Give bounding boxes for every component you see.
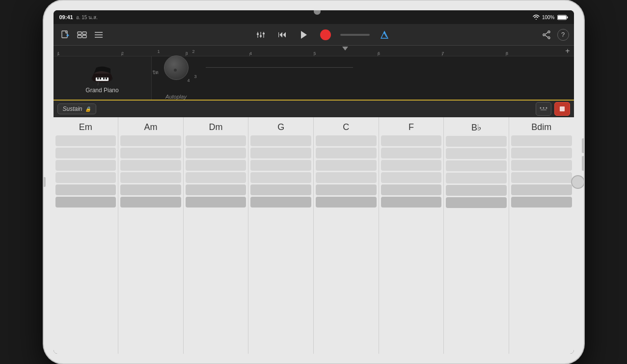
volume-down-button[interactable] [582,156,584,171]
autoplay-knob-container: 1 2 3 4 ปิด [162,52,191,81]
key-strip [381,184,442,195]
chord-key-em[interactable]: Em [54,117,119,354]
chord-key-c[interactable]: C [314,117,379,354]
key-strip [446,160,507,171]
key-strip [250,197,311,208]
svg-point-22 [548,31,550,33]
track-content: 1 2 3 4 ปิด Autoplay [152,56,574,100]
toolbar-center: ⏮ [106,28,540,42]
key-strip [316,148,377,158]
key-strip [511,172,572,183]
toolbar-left [58,28,106,42]
key-strip [55,148,116,158]
chord-keys: Em Am [54,117,574,354]
add-track-button[interactable]: + [565,47,570,55]
ruler-mark-6: 6 [378,51,442,56]
key-strip [120,172,181,183]
ruler-mark-4: 4 [249,51,314,56]
key-strip [120,135,181,146]
chord-strips-bb [444,133,509,354]
record-button[interactable] [319,28,332,42]
metronome-button[interactable] [378,28,391,42]
ipad-frame: 09:41 อ. 15 น.ส. 100% [44,0,584,364]
home-button[interactable] [571,175,584,189]
play-button[interactable] [297,28,311,42]
key-strip [316,135,377,146]
track-name: Grand Piano [85,87,118,94]
record-circle [320,29,331,40]
svg-rect-16 [263,33,265,34]
chord-key-dm[interactable]: Dm [184,117,249,354]
record-strip-button[interactable] [554,102,570,116]
svg-rect-7 [82,35,86,38]
help-button[interactable]: ? [557,29,569,41]
chord-key-bb[interactable]: B♭ [444,117,509,354]
key-strip [55,184,116,195]
chord-key-g[interactable]: G [248,117,314,354]
key-strip [511,197,572,208]
svg-rect-1 [567,16,568,18]
dots-button[interactable] [536,102,551,116]
playhead-marker [342,47,348,51]
key-strip [186,197,246,208]
key-strip [381,160,442,171]
key-strip [250,160,311,171]
knob-dot [174,69,177,72]
svg-rect-15 [260,35,262,37]
knob-label-off: ปิด [153,69,159,76]
key-strip [446,148,507,159]
new-document-button[interactable] [58,28,72,42]
chord-key-bdim[interactable]: Bdim [509,117,574,354]
rewind-button[interactable]: ⏮ [275,28,289,42]
sustain-button[interactable]: Sustain 🔒 [57,104,96,114]
chord-strip-right [536,102,570,116]
chord-label-bb: B♭ [444,117,509,133]
side-button[interactable] [44,177,46,187]
svg-rect-31 [100,78,101,79]
chord-strips-bdim [509,132,574,354]
key-strip [55,172,116,183]
key-strip [316,172,377,183]
key-strip [381,135,442,146]
svg-point-36 [545,107,547,109]
mixer-button[interactable] [254,28,268,42]
track-header[interactable]: Grand Piano [54,56,152,100]
chord-key-am[interactable]: Am [118,117,184,354]
svg-line-25 [545,32,548,34]
key-strip [446,197,507,208]
chord-strips-am [118,132,183,354]
chord-label-am: Am [118,117,183,132]
list-button[interactable] [92,28,106,42]
key-strip [446,136,507,147]
key-strip [316,197,377,208]
ruler-mark-1: 1 [57,51,122,56]
autoplay-line [206,67,353,68]
tracks-button[interactable] [75,28,89,42]
key-strip [55,197,116,208]
autoplay-knob[interactable] [164,55,189,80]
chord-label-c: C [314,117,379,132]
toolbar-right: ? [540,28,569,42]
svg-rect-5 [82,32,86,34]
svg-rect-3 [62,31,67,38]
svg-point-34 [540,107,541,109]
ruler-mark-8: 8 [506,51,570,56]
chord-label-dm: Dm [184,117,248,132]
key-strip [381,172,442,183]
key-strip [250,135,311,146]
chord-label-f: F [379,117,444,132]
playhead [342,46,348,56]
knob-label-2: 2 [192,49,194,54]
status-time: 09:41 [59,14,73,20]
key-strip [186,184,246,195]
svg-rect-14 [257,33,259,35]
svg-point-21 [383,32,385,33]
share-button[interactable] [540,28,553,42]
volume-up-button[interactable] [582,138,584,153]
tempo-slider[interactable] [340,34,370,36]
ruler: 1 2 3 4 5 6 7 8 + [54,46,574,56]
chord-label-em: Em [54,117,118,132]
key-strip [250,148,311,158]
lock-icon: 🔒 [85,106,91,112]
chord-key-f[interactable]: F [379,117,444,354]
